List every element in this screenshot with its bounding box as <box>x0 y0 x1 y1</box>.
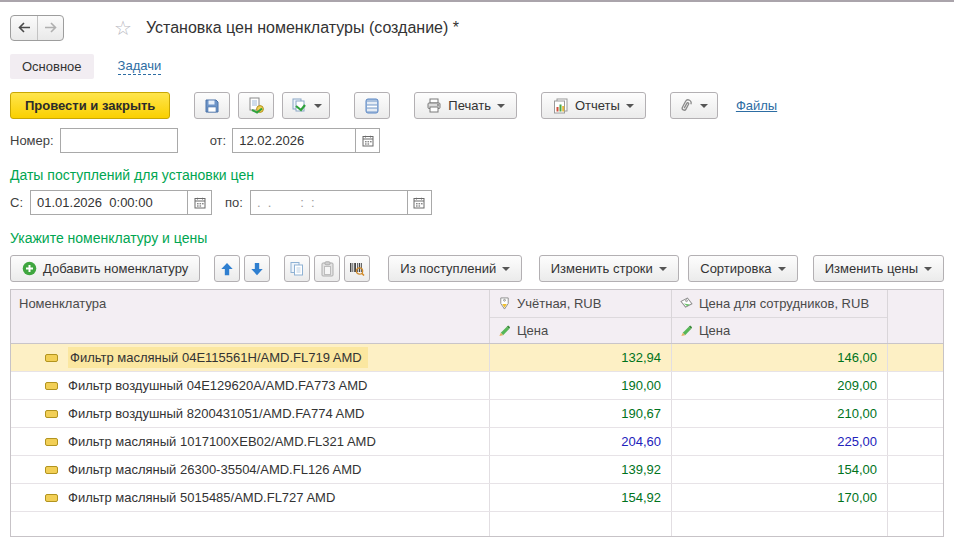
items-section-title: Укажите номенклатуру и цены <box>0 221 954 249</box>
column-header-price2[interactable]: Цена для сотрудников, RUB <box>672 290 887 318</box>
post-button[interactable] <box>238 92 274 119</box>
price2-cell[interactable]: 210,00 <box>672 400 888 427</box>
subcolumn-price1-label: Цена <box>517 323 548 338</box>
back-button[interactable] <box>11 16 37 40</box>
create-based-on-icon <box>291 97 308 114</box>
from-receipts-button[interactable]: Из поступлений <box>388 255 522 282</box>
to-date-mask[interactable]: . . : : <box>251 191 407 214</box>
price1-cell[interactable]: 204,60 <box>490 428 672 455</box>
from-date-field[interactable]: 01.01.2026 0:00:00 <box>30 190 212 215</box>
edit-rows-button[interactable]: Изменить строки <box>539 255 679 282</box>
item-marker-icon <box>45 354 58 362</box>
item-marker-icon <box>45 466 58 474</box>
from-date-value[interactable]: 01.01.2026 0:00:00 <box>31 191 187 214</box>
item-marker-icon <box>45 382 58 390</box>
favorite-star-icon[interactable]: ☆ <box>114 18 132 38</box>
price-setting-document-window: ☆ Установка цен номенклатуры (создание) … <box>0 0 954 541</box>
number-label: Номер: <box>10 133 54 148</box>
save-icon <box>204 98 220 114</box>
save-button[interactable] <box>194 92 230 119</box>
to-date-field[interactable]: . . : : <box>250 190 432 215</box>
table-row[interactable]: Фильтр масляный 5015485/AMD.FL727 AMD 15… <box>11 484 943 512</box>
item-name: Фильтр масляный 04E115561H/AMD.FL719 AMD <box>68 347 368 368</box>
date-label: от: <box>210 133 227 148</box>
dropdown-caret-icon <box>700 104 708 108</box>
table-header: Номенклатура Учётная, RUB Цена <box>11 290 943 344</box>
arrow-up-icon <box>220 262 234 276</box>
to-label: по: <box>225 195 243 210</box>
column-header-nomenclature[interactable]: Номенклатура <box>11 290 490 343</box>
price2-cell[interactable]: 225,00 <box>672 428 888 455</box>
column-header-price1[interactable]: Учётная, RUB <box>490 290 671 318</box>
column-header-price1-label: Учётная, RUB <box>517 296 601 311</box>
date-value[interactable]: 12.02.2026 <box>233 129 355 152</box>
post-and-close-button[interactable]: Провести и закрыть <box>10 92 170 119</box>
item-name: Фильтр воздушный 04E129620A/AMD.FA773 AM… <box>68 378 367 393</box>
paperclip-icon <box>679 98 694 114</box>
edit-prices-button[interactable]: Изменить цены <box>813 255 944 282</box>
table-row[interactable]: Фильтр масляный 04E115561H/AMD.FL719 AMD… <box>11 344 943 372</box>
table-row[interactable]: Фильтр масляный 26300-35504/AMD.FL126 AM… <box>11 456 943 484</box>
forward-arrow-icon <box>43 22 58 33</box>
tab-tasks[interactable]: Задачи <box>118 58 162 75</box>
price1-cell[interactable]: 190,67 <box>490 400 672 427</box>
edit-rows-label: Изменить строки <box>551 261 653 276</box>
copy-rows-button[interactable] <box>284 255 310 282</box>
price1-cell[interactable]: 132,94 <box>490 344 672 371</box>
from-label: С: <box>10 195 23 210</box>
create-based-on-button[interactable] <box>282 92 330 119</box>
subcolumn-price1[interactable]: Цена <box>490 318 671 343</box>
price2-cell[interactable]: 154,00 <box>672 456 888 483</box>
number-row: Номер: от: 12.02.2026 <box>0 123 954 158</box>
date-field[interactable]: 12.02.2026 <box>232 128 380 153</box>
tab-main[interactable]: Основное <box>10 54 94 79</box>
move-down-button[interactable] <box>244 255 270 282</box>
print-button-label: Печать <box>448 98 491 113</box>
table-row[interactable]: Фильтр масляный 1017100XEB02/AMD.FL321 A… <box>11 428 943 456</box>
add-item-button[interactable]: Добавить номенклатуру <box>10 255 200 282</box>
price1-cell[interactable]: 139,92 <box>490 456 672 483</box>
barcode-scan-button[interactable] <box>344 255 370 282</box>
dates-row: С: 01.01.2026 0:00:00 по: . . : : <box>0 186 954 221</box>
nav-buttons <box>10 15 64 41</box>
paste-icon <box>320 261 335 277</box>
calendar-icon <box>194 197 206 209</box>
calendar-button[interactable] <box>407 191 431 214</box>
calendar-button[interactable] <box>187 191 211 214</box>
paste-rows-button[interactable] <box>314 255 340 282</box>
subcolumn-price2[interactable]: Цена <box>672 318 887 343</box>
move-up-button[interactable] <box>214 255 240 282</box>
price2-cell[interactable]: 146,00 <box>672 344 888 371</box>
page-title: Установка цен номенклатуры (создание) * <box>146 19 459 37</box>
register-records-button[interactable] <box>354 92 390 119</box>
table-toolbar: Добавить номенклатуру <box>0 249 954 287</box>
table-row[interactable]: Фильтр воздушный 04E129620A/AMD.FA773 AM… <box>11 372 943 400</box>
command-bar: Провести и закрыть <box>0 87 954 123</box>
back-arrow-icon <box>17 22 32 33</box>
reports-button[interactable]: Отчеты <box>541 92 646 119</box>
calendar-icon <box>413 197 425 209</box>
dropdown-caret-icon <box>497 104 505 108</box>
arrow-down-icon <box>250 262 264 276</box>
reports-chart-icon <box>553 98 569 114</box>
files-link[interactable]: Файлы <box>736 98 777 113</box>
calendar-button[interactable] <box>355 129 379 152</box>
item-name: Фильтр воздушный 8200431051/AMD.FA774 AM… <box>68 406 365 421</box>
price2-cell[interactable]: 170,00 <box>672 484 888 511</box>
register-list-icon <box>365 98 379 114</box>
price2-cell[interactable]: 209,00 <box>672 372 888 399</box>
item-marker-icon <box>45 494 58 502</box>
table-row[interactable]: Фильтр воздушный 8200431051/AMD.FA774 AM… <box>11 400 943 428</box>
item-name: Фильтр масляный 5015485/AMD.FL727 AMD <box>68 490 335 505</box>
price1-cell[interactable]: 154,92 <box>490 484 672 511</box>
number-input[interactable] <box>61 129 177 152</box>
sorting-button[interactable]: Сортировка <box>688 255 797 282</box>
number-field[interactable] <box>60 128 178 153</box>
price-tag-icon <box>498 297 511 310</box>
price1-cell[interactable]: 190,00 <box>490 372 672 399</box>
dropdown-caret-icon <box>659 267 667 271</box>
forward-button[interactable] <box>37 16 63 40</box>
attachments-button[interactable] <box>670 92 718 119</box>
print-button[interactable]: Печать <box>414 92 517 119</box>
copy-icon <box>289 261 305 277</box>
